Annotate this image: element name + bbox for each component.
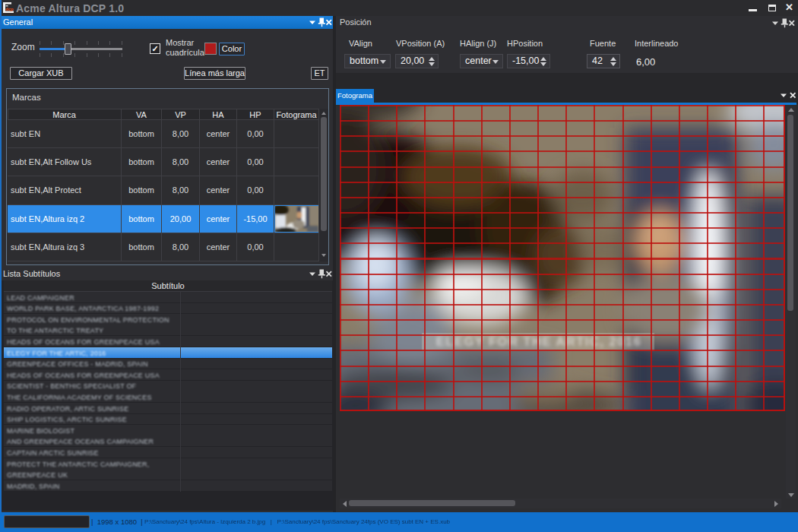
svg-text:dcp: dcp [5,7,14,11]
